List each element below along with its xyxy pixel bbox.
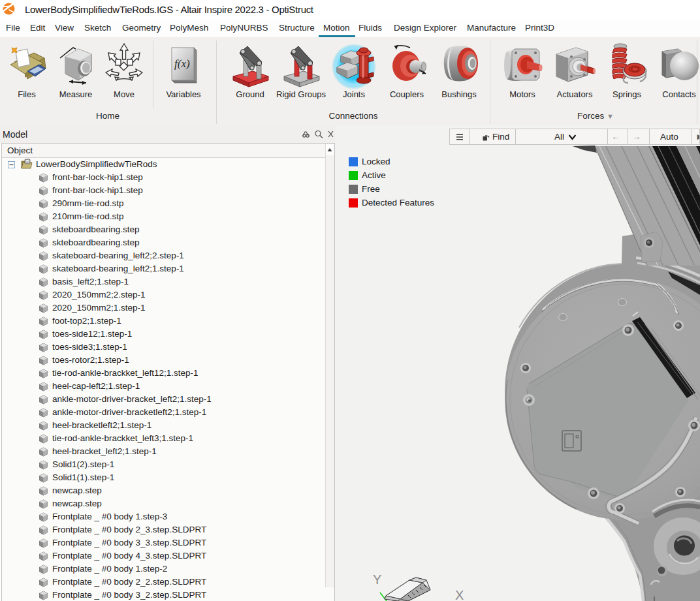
svg-text:f(x): f(x) (174, 57, 190, 70)
